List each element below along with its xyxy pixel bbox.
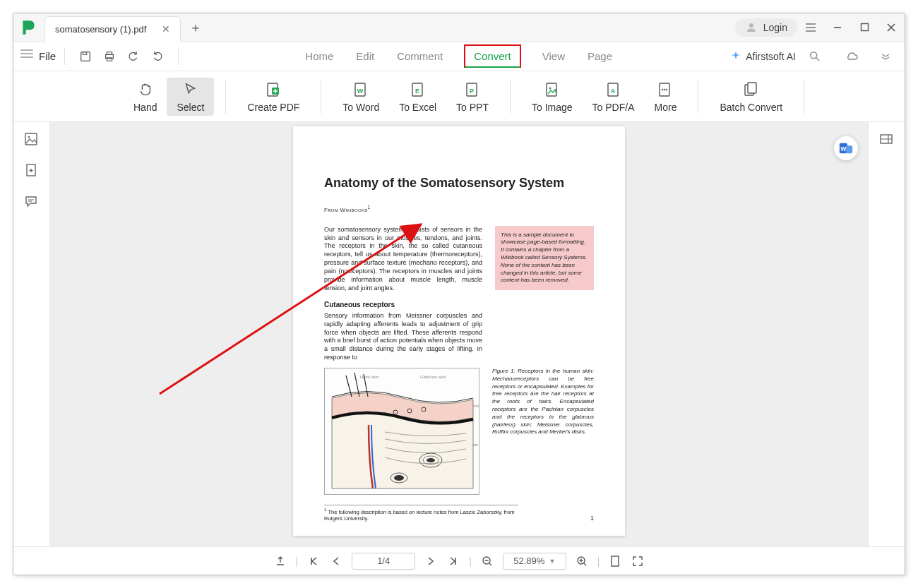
left-sidebar [13,122,50,546]
close-tab-icon[interactable]: ✕ [162,23,170,35]
figure-caption: Figure 1: Receptors in the human skin: M… [492,368,594,495]
svg-point-17 [549,87,551,89]
workspace: Anatomy of the Somatosensory System From… [13,122,905,546]
to-excel-button[interactable]: E To Excel [389,78,446,116]
doc-footnote: The following description is based on le… [324,509,515,522]
svg-point-22 [664,88,665,90]
hamburger-icon[interactable] [20,49,36,64]
document-viewport[interactable]: Anatomy of the Somatosensory System From… [50,122,868,546]
tab-home[interactable]: Home [304,47,335,65]
next-page-icon[interactable] [424,554,438,568]
fullscreen-icon[interactable] [631,554,645,568]
batch-convert-button[interactable]: Batch Convert [710,78,792,116]
thumbnails-icon[interactable] [24,132,40,148]
page-indicator[interactable]: 1/4 [352,553,415,570]
title-bar: somatosensory (1).pdf ✕ ＋ Login [13,13,905,42]
ai-button[interactable]: Afirstsoft AI [730,51,796,62]
goto-last-icon[interactable] [446,554,460,568]
undo-icon[interactable] [126,49,141,64]
main-tabs: Home Edit Comment Convert View Page [187,44,730,68]
print-icon[interactable] [102,49,117,64]
to-pdfa-button[interactable]: A To PDF/A [583,78,645,116]
svg-point-23 [666,88,667,90]
comments-icon[interactable] [24,194,40,210]
zoom-level[interactable]: 52.89%▼ [503,553,566,570]
convert-toolbar: Hand Select Create PDF W To Word E To Ex… [13,71,905,122]
to-ppt-button[interactable]: P To PPT [446,78,499,116]
batch-icon [742,80,761,99]
cloud-icon[interactable] [844,49,859,64]
doc-callout: This is a sample document to showcase pa… [495,226,594,291]
hand-tool[interactable]: Hand [124,78,167,116]
doc-para2: Sensory information from Meissner corpus… [324,312,482,362]
sparkle-icon [730,51,741,62]
tab-view[interactable]: View [541,47,566,65]
maximize-button[interactable] [851,14,878,41]
svg-rect-44 [846,145,852,153]
document-tab[interactable]: somatosensory (1).pdf ✕ [44,16,181,42]
to-word-button[interactable]: W To Word [333,78,389,116]
doc-source: From Wikibooks [324,207,368,213]
login-button[interactable]: Login [735,18,797,37]
doc-heading: Anatomy of the Somatosensory System [324,176,594,191]
svg-rect-5 [107,52,112,54]
new-tab-button[interactable]: ＋ [185,17,206,38]
status-bar: | 1/4 | 52.89%▼ | [13,546,905,575]
tab-edit[interactable]: Edit [354,47,376,65]
hand-icon [136,80,155,99]
more-button[interactable]: More [645,78,687,116]
login-label: Login [763,22,787,33]
right-sidebar [868,122,905,546]
bookmarks-icon[interactable] [24,163,40,179]
to-image-button[interactable]: To Image [522,78,583,116]
zoom-in-icon[interactable] [575,554,589,568]
excel-icon: E [409,80,427,99]
tab-comment[interactable]: Comment [395,47,444,65]
select-tool[interactable]: Select [167,78,214,116]
first-page-icon[interactable] [273,554,287,568]
svg-rect-26 [25,133,37,145]
doc-para1: Our somatosensory system consists of sen… [324,226,482,293]
svg-rect-25 [748,83,756,93]
search-icon[interactable] [807,49,823,64]
tab-convert[interactable]: Convert [464,44,521,68]
svg-text:Hairy skin: Hairy skin [360,375,378,379]
tab-page[interactable]: Page [586,47,614,65]
svg-text:W: W [357,88,364,95]
figure-image: Hairy skin Glabrous skin Epidermis Dermi… [324,368,479,495]
save-icon[interactable] [78,49,93,64]
svg-rect-48 [612,556,619,566]
svg-point-21 [662,88,663,90]
pdf-page: Anatomy of the Somatosensory System From… [293,126,625,536]
svg-point-27 [28,136,30,138]
redo-icon[interactable] [150,49,165,64]
create-pdf-button[interactable]: Create PDF [237,78,309,116]
panel-toggle-icon[interactable] [879,132,895,148]
settings-menu-icon[interactable] [797,14,824,41]
file-menu[interactable]: File [39,50,56,62]
more-icon [656,80,674,99]
minimize-button[interactable] [824,14,851,41]
svg-rect-2 [81,52,90,61]
page-number: 1 [590,515,594,522]
fit-page-icon[interactable] [608,554,622,568]
svg-rect-1 [861,24,868,31]
word-float-badge[interactable]: W [834,136,858,160]
collapse-ribbon-icon[interactable] [878,49,893,64]
svg-point-37 [394,475,404,481]
image-icon [543,80,561,99]
menu-bar: File Home Edit Comment Convert View Page… [13,42,905,71]
goto-first-icon[interactable] [306,554,321,568]
prev-page-icon[interactable] [329,554,343,568]
close-button[interactable] [878,14,905,41]
svg-point-7 [811,52,817,58]
svg-text:A: A [610,88,615,95]
svg-text:E: E [415,88,419,95]
pdfa-icon: A [604,80,623,99]
word-icon: W [352,80,370,99]
ai-label-text: Afirstsoft AI [746,51,796,62]
zoom-out-icon[interactable] [480,554,494,568]
svg-text:P: P [470,88,474,95]
svg-point-0 [749,23,753,28]
svg-point-35 [427,458,435,462]
